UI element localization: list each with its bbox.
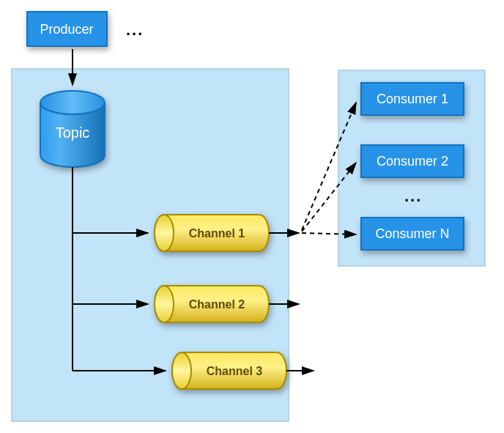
producer-box: Producer — [27, 12, 107, 46]
svg-point-1 — [40, 91, 105, 114]
topic-cylinder: Topic — [40, 91, 105, 167]
svg-point-8 — [172, 352, 191, 389]
consumer-1-box: Consumer 1 — [361, 83, 464, 115]
consumer-n-label: Consumer N — [375, 226, 449, 241]
svg-point-7 — [155, 286, 174, 322]
channel-2-cylinder: Channel 2 — [155, 286, 269, 322]
consumer-1-label: Consumer 1 — [377, 92, 448, 106]
consumer-ellipsis: ... — [404, 187, 422, 205]
consumer-n-box: Consumer N — [361, 218, 464, 250]
svg-point-6 — [155, 215, 174, 251]
channel-3-label: Channel 3 — [207, 365, 263, 377]
channel-2-label: Channel 2 — [189, 298, 245, 311]
consumer-2-label: Consumer 2 — [377, 154, 448, 169]
topic-label: Topic — [56, 125, 90, 141]
producer-label: Producer — [40, 22, 93, 37]
producer-ellipsis: ... — [126, 21, 144, 39]
channel-1-label: Channel 1 — [189, 227, 245, 240]
channel-3-cylinder: Channel 3 — [172, 352, 286, 389]
channel-1-cylinder: Channel 1 — [155, 215, 269, 251]
consumer-2-box: Consumer 2 — [361, 145, 464, 177]
